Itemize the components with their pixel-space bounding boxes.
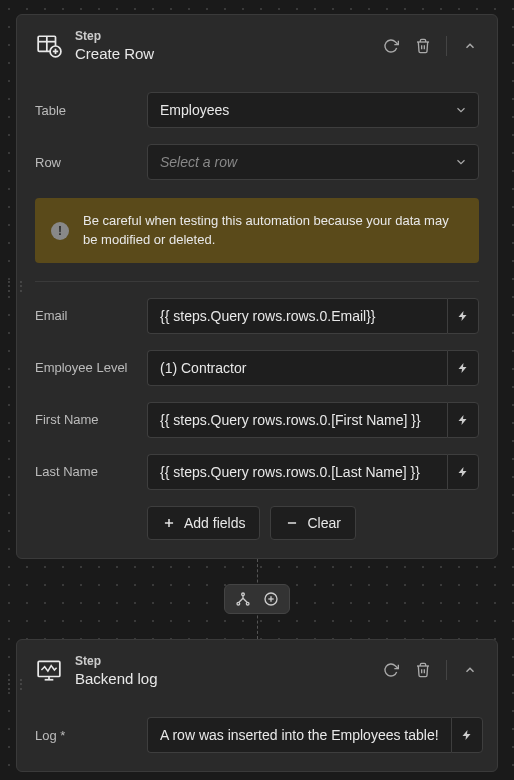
- divider: [35, 281, 479, 282]
- divider: [446, 36, 447, 56]
- field-label-employee-level: Employee Level: [35, 360, 137, 375]
- employee-level-input[interactable]: (1) Contractor: [147, 350, 447, 386]
- step-name: Create Row: [75, 45, 370, 62]
- trash-icon[interactable]: [414, 661, 432, 679]
- warning-text: Be careful when testing this automation …: [83, 212, 463, 248]
- step-header: Step Create Row: [17, 15, 497, 76]
- email-input[interactable]: {{ steps.Query rows.rows.0.Email}}: [147, 298, 447, 334]
- chevron-down-icon: [454, 155, 468, 169]
- field-label-email: Email: [35, 308, 137, 323]
- step-card-backend-log: ⋮⋮ Step Backend log: [16, 639, 498, 772]
- chevron-down-icon: [454, 103, 468, 117]
- clear-button[interactable]: Clear: [270, 506, 355, 540]
- warning-icon: !: [51, 222, 69, 240]
- step-card-create-row: ⋮⋮ Step Create Row: [16, 14, 498, 559]
- field-label-row: Row: [35, 155, 137, 170]
- bolt-icon[interactable]: [447, 350, 479, 386]
- step-label: Step: [75, 654, 370, 668]
- drag-handle-icon[interactable]: ⋮⋮: [3, 677, 27, 691]
- minus-icon: [285, 516, 299, 530]
- svg-point-10: [237, 602, 240, 605]
- trash-icon[interactable]: [414, 37, 432, 55]
- create-row-icon: [35, 32, 63, 60]
- plus-icon: [162, 516, 176, 530]
- drag-handle-icon[interactable]: ⋮⋮: [3, 279, 27, 293]
- svg-point-11: [246, 602, 249, 605]
- field-label-table: Table: [35, 103, 137, 118]
- table-select[interactable]: Employees: [147, 92, 479, 128]
- log-input[interactable]: A row was inserted into the Employees ta…: [147, 717, 451, 753]
- svg-point-9: [242, 593, 245, 596]
- field-label-first-name: First Name: [35, 412, 137, 427]
- bolt-icon[interactable]: [447, 454, 479, 490]
- connector: [16, 559, 498, 639]
- chevron-up-icon[interactable]: [461, 661, 479, 679]
- bolt-icon[interactable]: [447, 298, 479, 334]
- add-step-icon[interactable]: [263, 591, 279, 607]
- divider: [446, 660, 447, 680]
- connector-pill: [224, 584, 290, 614]
- field-label-last-name: Last Name: [35, 464, 137, 479]
- table-select-value: Employees: [160, 102, 229, 118]
- row-select-placeholder: Select a row: [160, 154, 237, 170]
- chevron-up-icon[interactable]: [461, 37, 479, 55]
- refresh-icon[interactable]: [382, 37, 400, 55]
- bolt-icon[interactable]: [447, 402, 479, 438]
- last-name-input[interactable]: {{ steps.Query rows.rows.0.[Last Name] }…: [147, 454, 447, 490]
- warning-banner: ! Be careful when testing this automatio…: [35, 198, 479, 262]
- bolt-icon[interactable]: [451, 717, 483, 753]
- field-label-log: Log *: [35, 728, 137, 743]
- add-fields-button[interactable]: Add fields: [147, 506, 260, 540]
- step-label: Step: [75, 29, 370, 43]
- first-name-input[interactable]: {{ steps.Query rows.rows.0.[First Name] …: [147, 402, 447, 438]
- branch-icon[interactable]: [235, 591, 251, 607]
- step-name: Backend log: [75, 670, 370, 687]
- row-select[interactable]: Select a row: [147, 144, 479, 180]
- refresh-icon[interactable]: [382, 661, 400, 679]
- step-header: Step Backend log: [17, 640, 497, 701]
- backend-log-icon: [35, 656, 63, 684]
